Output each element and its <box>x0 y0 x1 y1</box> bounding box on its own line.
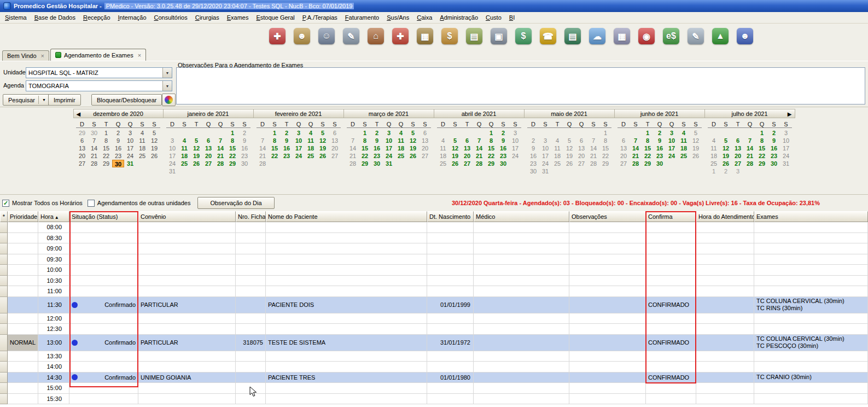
calendar-day[interactable]: 25 <box>708 160 720 167</box>
cell-prioridade[interactable] <box>8 297 38 313</box>
calendar-day[interactable]: 15 <box>359 144 371 152</box>
calendar-day[interactable]: 10 <box>666 137 678 144</box>
calendar-day[interactable]: 19 <box>720 152 732 160</box>
cell-ficha[interactable] <box>236 383 266 394</box>
calendar-day[interactable]: 4 <box>305 129 317 137</box>
calendar-day[interactable]: 2 <box>497 129 509 137</box>
row-selector[interactable] <box>0 383 8 394</box>
calendar-day[interactable]: 27 <box>202 160 214 167</box>
cell-paciente[interactable]: PACIENTE TRES <box>266 373 427 383</box>
cell-ficha[interactable] <box>236 313 266 324</box>
cell-exames[interactable] <box>754 276 868 287</box>
calendar-day[interactable]: 5 <box>148 129 160 137</box>
cell-convenio[interactable] <box>138 265 236 276</box>
calendar-day[interactable]: 7 <box>473 137 485 144</box>
cell-ficha[interactable] <box>236 233 266 244</box>
calendar-day[interactable]: 25 <box>395 152 407 160</box>
cell-paciente[interactable]: PACIENTE DOIS <box>266 297 427 313</box>
calendar-day[interactable]: 16 <box>281 144 293 152</box>
cell-exames[interactable] <box>754 394 868 405</box>
column-header-situa-o-status[interactable]: Situação (Status) <box>69 211 138 222</box>
cell-observacoes[interactable] <box>569 362 646 373</box>
cell-exames[interactable] <box>754 383 868 394</box>
cell-medico[interactable] <box>474 324 569 335</box>
calendar-day[interactable]: 2 <box>112 129 124 137</box>
reception-icon[interactable]: ☻ <box>294 28 310 44</box>
calendar-day[interactable]: 19 <box>563 152 575 160</box>
ambulance-icon[interactable]: ✚ <box>392 28 409 44</box>
cell-observacoes[interactable] <box>569 335 646 351</box>
cell-hora[interactable]: 11:00 <box>38 286 69 297</box>
cell-observacoes[interactable] <box>569 394 646 405</box>
calendar-day[interactable]: 29 <box>642 160 654 167</box>
calendar-day[interactable]: 19 <box>148 144 160 152</box>
bloquear-desbloquear-button[interactable]: Bloquear/Desbloquear <box>91 94 162 106</box>
cell-medico[interactable] <box>474 222 569 233</box>
calendar-day[interactable]: 24 <box>166 160 178 167</box>
cell-confirma[interactable] <box>646 233 696 244</box>
calendar-day[interactable]: 5 <box>407 129 419 137</box>
cell-medico[interactable] <box>474 286 569 297</box>
tab-bem-vindo[interactable]: Bem Vindo× <box>2 50 49 61</box>
cell-situacao[interactable] <box>69 362 138 373</box>
calendar-day[interactable]: 13 <box>575 144 587 152</box>
calendar-day[interactable]: 3 <box>293 129 305 137</box>
cell-confirma[interactable]: CONFIRMADO <box>646 297 696 313</box>
calendar-day[interactable]: 9 <box>281 137 293 144</box>
schedule-row-08-00[interactable]: 08:00 <box>0 222 868 233</box>
calendar-day[interactable]: 12 <box>317 137 329 144</box>
calendar-day[interactable]: 16 <box>497 144 509 152</box>
column-header-confirma[interactable]: Confirma <box>646 211 696 222</box>
calendar-day[interactable]: 25 <box>437 160 449 167</box>
row-selector[interactable] <box>0 324 8 335</box>
show-all-checkbox[interactable]: ✓ <box>2 200 9 207</box>
calendar-day[interactable]: 20 <box>329 144 341 152</box>
calendar-day[interactable]: 15 <box>269 144 281 152</box>
cell-hora-atendimento[interactable] <box>696 222 754 233</box>
cell-medico[interactable] <box>474 297 569 313</box>
unidade-combobox[interactable]: HOSPITAL SQL - MATRIZ ▼ <box>26 67 172 78</box>
calendar-day[interactable]: 13 <box>732 144 744 152</box>
cell-confirma[interactable] <box>646 313 696 324</box>
calendar-day[interactable]: 14 <box>214 144 226 152</box>
column-header-conv-nio[interactable]: Convênio <box>138 211 236 222</box>
calendar-day[interactable]: 18 <box>178 152 190 160</box>
cell-nascimento[interactable] <box>427 351 474 362</box>
calendar-day[interactable]: 30 <box>88 129 100 137</box>
cell-prioridade[interactable] <box>8 351 38 362</box>
title-bar[interactable]: Promedico Gestão Hospitalar - PMedico - … <box>0 0 868 12</box>
calendar-day[interactable]: 16 <box>768 144 780 152</box>
calendar-day[interactable]: 10 <box>539 144 551 152</box>
calendar-day[interactable]: 16 <box>238 144 251 152</box>
calendar-day[interactable]: 9 <box>238 137 251 144</box>
calendar-day[interactable]: 14 <box>347 144 359 152</box>
calendar-day[interactable]: 29 <box>226 160 238 167</box>
calendar-day[interactable]: 2 <box>281 129 293 137</box>
cell-medico[interactable] <box>474 394 569 405</box>
calendar-day[interactable]: 26 <box>317 152 329 160</box>
calendar-day[interactable]: 13 <box>419 137 431 144</box>
agenda-combobox[interactable]: TOMOGRAFIA ▼ <box>26 80 172 91</box>
cell-hora[interactable]: 15:30 <box>38 394 69 405</box>
cell-situacao[interactable] <box>69 222 138 233</box>
row-selector[interactable] <box>0 286 8 297</box>
calendar-day[interactable]: 8 <box>756 137 768 144</box>
calendar-day[interactable]: 24 <box>383 152 395 160</box>
calendar-day[interactable]: 18 <box>708 152 720 160</box>
calendar-day[interactable]: 15 <box>642 144 654 152</box>
cell-convenio[interactable] <box>138 351 236 362</box>
billing-icon[interactable]: $ <box>441 28 458 44</box>
cell-situacao[interactable]: Confirmado <box>69 335 138 351</box>
cell-situacao[interactable]: Confirmado <box>69 373 138 383</box>
cell-prioridade[interactable] <box>8 254 38 265</box>
cell-confirma[interactable]: CONFIRMADO <box>646 335 696 351</box>
row-selector[interactable] <box>0 362 8 373</box>
cell-observacoes[interactable] <box>569 351 646 362</box>
calendar-day[interactable]: 22 <box>756 152 768 160</box>
calendar-prev-arrow-icon[interactable]: ◀ <box>77 110 81 119</box>
cell-convenio[interactable] <box>138 383 236 394</box>
calendar-day[interactable]: 7 <box>88 137 100 144</box>
column-header-prioridade[interactable]: Prioridade <box>8 211 38 222</box>
calendar-day[interactable]: 21 <box>347 152 359 160</box>
menu-sistema[interactable]: Sistema <box>1 13 31 22</box>
